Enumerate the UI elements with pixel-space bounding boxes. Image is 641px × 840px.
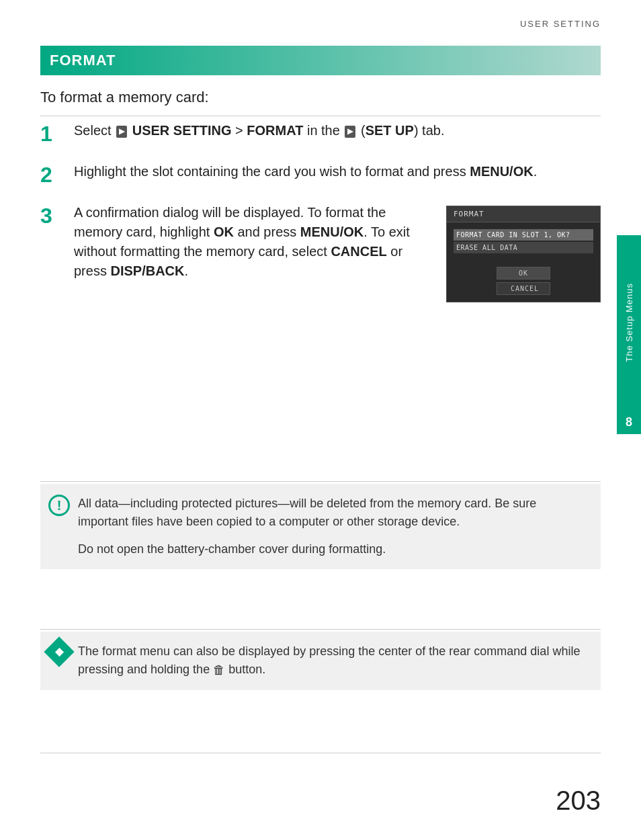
setup-tab-label: SET UP: [366, 123, 414, 138]
caution-text-2: Do not open the battery-chamber cover du…: [78, 540, 587, 558]
note-box: ◆ The format menu can also be displayed …: [40, 632, 601, 690]
trash-icon: 🗑: [213, 661, 225, 679]
caution-box: ! All data—including protected pictures—…: [40, 484, 601, 569]
side-tab-label: The Setup Menus: [624, 283, 634, 362]
side-tab: The Setup Menus: [617, 235, 641, 410]
camera-dialog-screenshot: FORMAT FORMAT CARD IN SLOT 1, OK? ERASE …: [446, 206, 601, 302]
cancel-ref: CANCEL: [331, 244, 386, 259]
step-2: 2 Highlight the slot containing the card…: [40, 162, 601, 187]
dialog-ok-button: OK: [497, 267, 550, 280]
format-label: FORMAT: [247, 123, 303, 138]
page-number: 203: [556, 786, 601, 816]
note-text: The format menu can also be displayed by…: [78, 644, 580, 676]
menu-icon-1: ▶: [116, 126, 127, 138]
diamond-inner: ◆: [55, 644, 63, 660]
step-3: 3 A confirmation dialog will be displaye…: [40, 203, 601, 302]
step-3-inner: A confirmation dialog will be displayed.…: [74, 203, 601, 302]
steps-container: 1 Select ▶ USER SETTING > FORMAT in the …: [40, 121, 601, 319]
dialog-buttons: OK CANCEL: [447, 259, 600, 302]
step-2-number: 2: [40, 162, 74, 187]
page-section-label: USER SETTING: [520, 19, 601, 29]
divider-4: [40, 753, 601, 753]
step-1-number: 1: [40, 121, 74, 146]
menu-ok-ref-1: MENU/OK: [470, 164, 533, 179]
user-setting-label: USER SETTING: [132, 123, 232, 138]
dialog-cancel-button: CANCEL: [497, 282, 550, 295]
menu-icon-2: ▶: [345, 126, 355, 138]
dialog-body: FORMAT CARD IN SLOT 1, OK? ERASE ALL DAT…: [447, 222, 600, 259]
divider-3: [40, 629, 601, 630]
note-icon: ◆: [48, 641, 71, 664]
section-header-title: FORMAT: [50, 52, 116, 69]
divider-2: [40, 481, 601, 482]
dialog-line-2: ERASE ALL DATA: [454, 242, 593, 253]
step-1: 1 Select ▶ USER SETTING > FORMAT in the …: [40, 121, 601, 146]
side-tab-number: 8: [617, 410, 641, 434]
intro-text: To format a memory card:: [40, 89, 209, 106]
step-1-content: Select ▶ USER SETTING > FORMAT in the ▶ …: [74, 121, 601, 140]
caution-icon: !: [48, 495, 71, 517]
menu-ok-ref-2: MENU/OK: [300, 224, 364, 239]
dialog-title: FORMAT: [447, 206, 600, 222]
caution-circle: !: [48, 495, 70, 516]
diamond-icon: ◆: [44, 636, 74, 667]
divider: [40, 116, 601, 116]
disp-back-ref: DISP/BACK: [110, 263, 184, 278]
dialog-line-1: FORMAT CARD IN SLOT 1, OK?: [454, 229, 593, 241]
caution-text-1: All data—including protected pictures—wi…: [78, 497, 536, 528]
step-2-content: Highlight the slot containing the card y…: [74, 162, 601, 181]
ok-ref: OK: [214, 224, 234, 239]
step-3-text: A confirmation dialog will be displayed.…: [74, 203, 434, 281]
step-3-number: 3: [40, 203, 74, 228]
section-header: FORMAT: [40, 46, 601, 75]
